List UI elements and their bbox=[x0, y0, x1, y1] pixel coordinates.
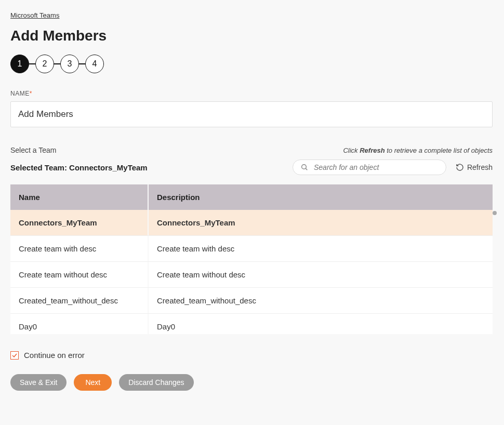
scrollbar-thumb[interactable] bbox=[493, 211, 497, 215]
cell-name: Day0 bbox=[10, 314, 149, 334]
svg-line-1 bbox=[306, 168, 307, 170]
table-header: Name Description bbox=[10, 184, 493, 210]
teams-table: Name Description Connectors_MyTeam Conne… bbox=[10, 184, 493, 334]
continue-on-error-label: Continue on error bbox=[24, 351, 85, 360]
name-input[interactable] bbox=[10, 101, 493, 127]
cell-description: Create team without desc bbox=[149, 262, 493, 287]
next-button[interactable]: Next bbox=[74, 374, 112, 391]
check-icon bbox=[11, 352, 18, 358]
breadcrumb-link[interactable]: Microsoft Teams bbox=[10, 11, 59, 19]
refresh-button[interactable]: Refresh bbox=[456, 163, 493, 171]
search-box[interactable] bbox=[293, 160, 446, 175]
discard-changes-button[interactable]: Discard Changes bbox=[119, 374, 193, 391]
cell-description: Day0 bbox=[149, 314, 493, 334]
cell-description: Create team with desc bbox=[149, 236, 493, 261]
select-team-label: Select a Team bbox=[10, 146, 56, 154]
table-row[interactable]: Create team with desc Create team with d… bbox=[10, 236, 493, 262]
cell-name: Create team with desc bbox=[10, 236, 149, 261]
step-3[interactable]: 3 bbox=[60, 55, 79, 73]
table-row[interactable]: Create team without desc Create team wit… bbox=[10, 262, 493, 288]
step-1[interactable]: 1 bbox=[10, 55, 29, 73]
step-connector bbox=[79, 63, 85, 64]
refresh-label: Refresh bbox=[467, 163, 493, 171]
step-4[interactable]: 4 bbox=[85, 55, 104, 73]
cell-name: Connectors_MyTeam bbox=[10, 210, 149, 235]
continue-on-error-checkbox[interactable] bbox=[10, 351, 19, 360]
name-field-label: NAME* bbox=[10, 90, 494, 97]
table-body: Connectors_MyTeam Connectors_MyTeam Crea… bbox=[10, 210, 493, 334]
table-row[interactable]: Created_team_without_desc Created_team_w… bbox=[10, 288, 493, 314]
column-header-name[interactable]: Name bbox=[10, 184, 149, 210]
stepper: 1 2 3 4 bbox=[10, 55, 494, 73]
search-icon bbox=[300, 163, 309, 171]
cell-name: Created_team_without_desc bbox=[10, 288, 149, 313]
search-input[interactable] bbox=[314, 163, 439, 171]
save-exit-button[interactable]: Save & Exit bbox=[10, 374, 67, 391]
column-header-description[interactable]: Description bbox=[149, 184, 493, 210]
step-connector bbox=[29, 63, 35, 64]
refresh-hint: Click Refresh to retrieve a complete lis… bbox=[343, 147, 493, 154]
step-connector bbox=[54, 63, 60, 64]
cell-description: Created_team_without_desc bbox=[149, 288, 493, 313]
svg-point-0 bbox=[302, 165, 307, 169]
cell-name: Create team without desc bbox=[10, 262, 149, 287]
selected-team-text: Selected Team: Connectors_MyTeam bbox=[10, 163, 148, 172]
refresh-icon bbox=[456, 163, 464, 171]
table-row[interactable]: Day0 Day0 bbox=[10, 314, 493, 334]
cell-description: Connectors_MyTeam bbox=[149, 210, 493, 235]
required-indicator: * bbox=[30, 90, 32, 97]
page-title: Add Members bbox=[10, 28, 494, 44]
step-2[interactable]: 2 bbox=[35, 55, 54, 73]
table-row[interactable]: Connectors_MyTeam Connectors_MyTeam bbox=[10, 210, 493, 236]
